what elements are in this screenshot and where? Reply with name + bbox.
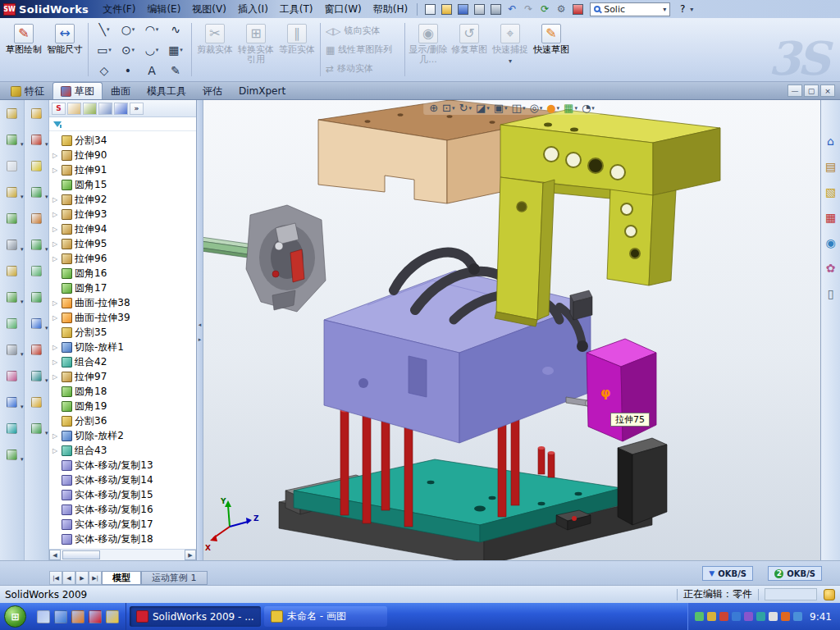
design-library-icon[interactable]: ▤ [825, 160, 836, 173]
left1-icon-11[interactable] [3, 369, 21, 382]
left1-icon-10[interactable]: ▾ [3, 343, 21, 356]
expand-arrow-icon[interactable]: ▷ [52, 299, 59, 307]
move-entities-button[interactable]: ⇄移动实体 [323, 62, 402, 75]
tree-item-圆角15[interactable]: 圆角15 [49, 177, 196, 192]
appearances-icon[interactable]: ✿ [826, 262, 836, 275]
smart-dimension-button[interactable]: ↔智能尺寸 [44, 20, 85, 80]
options-icon[interactable]: ⚙ [554, 2, 568, 16]
rebuild-icon[interactable]: ⟳ [537, 2, 552, 16]
left2-icon-1[interactable] [28, 107, 46, 120]
menu-item-编辑(E)[interactable]: 编辑(E) [141, 0, 186, 19]
tab-model[interactable]: 模型 [102, 571, 141, 585]
sketch-fillet-tool[interactable]: ◡▾ [140, 40, 163, 60]
model-clamp-frame[interactable] [495, 110, 720, 326]
help-dropdown-arrow[interactable]: ▾ [690, 6, 693, 13]
left2-icon-9[interactable]: ▾ [28, 317, 46, 330]
left1-icon-12[interactable]: ▾ [3, 395, 21, 409]
tree-item-圆角16[interactable]: 圆角16 [49, 266, 196, 281]
scroll-left-button[interactable]: ◀ [49, 550, 61, 560]
convert-entities-button[interactable]: ⊞转换实体引用 [235, 20, 276, 80]
minimize-button[interactable]: — [788, 84, 802, 97]
menu-item-工具(T)[interactable]: 工具(T) [274, 0, 319, 19]
view-orientation-icon[interactable]: ▣▾ [494, 102, 508, 114]
edit-appearance-icon[interactable]: ●▾ [546, 102, 559, 114]
expand-arrow-icon[interactable]: ▷ [52, 314, 59, 322]
left1-icon-2[interactable]: ▾ [3, 133, 21, 146]
redo-icon[interactable]: ↷ [521, 2, 536, 16]
section-view-icon[interactable]: ◪▾ [476, 102, 490, 114]
new-document-icon[interactable] [422, 2, 437, 16]
close-button[interactable]: × [820, 84, 835, 97]
doc-nav-button-2[interactable]: ▶ [75, 571, 89, 585]
tree-item-切除-放样1[interactable]: ▷切除-放样1 [49, 340, 196, 354]
tab-DimXpert[interactable]: DimXpert [231, 82, 294, 99]
tray-icon-5[interactable] [744, 612, 753, 621]
tree-item-实体-移动/复制16[interactable]: 实体-移动/复制16 [49, 502, 196, 517]
left1-icon-8[interactable]: ▾ [3, 290, 21, 304]
tree-item-实体-移动/复制17[interactable]: 实体-移动/复制17 [49, 517, 196, 532]
toolbox-icon[interactable]: ▦ [825, 211, 836, 224]
paint-launcher-icon[interactable] [106, 610, 119, 623]
left2-icon-7[interactable] [28, 264, 46, 277]
left2-icon-10[interactable] [28, 343, 46, 356]
expand-arrow-icon[interactable]: ▷ [52, 344, 59, 351]
panel-splitter[interactable] [197, 100, 203, 560]
apply-scene-icon[interactable]: ▦▾ [564, 102, 578, 114]
left2-icon-5[interactable] [28, 212, 46, 225]
offset-entities-button[interactable]: ∥等距实体 [276, 20, 317, 80]
doc-nav-button-3[interactable]: ▶| [89, 571, 102, 585]
expand-arrow-icon[interactable]: ▷ [52, 358, 59, 366]
taskbar-task-paint[interactable]: 未命名 - 画图 [264, 606, 387, 627]
tree-item-实体-移动/复制18[interactable]: 实体-移动/复制18 [49, 532, 196, 546]
tree-item-组合43[interactable]: ▷组合43 [49, 443, 196, 458]
expand-arrow-icon[interactable]: ▷ [52, 255, 59, 262]
left1-icon-13[interactable] [3, 422, 21, 435]
search-dropdown-arrow[interactable]: ▾ [663, 6, 666, 13]
left1-icon-5[interactable] [3, 212, 21, 225]
tree-item-拉伸90[interactable]: ▷拉伸90 [49, 148, 196, 162]
start-button[interactable]: ⊞ [4, 605, 26, 628]
search-box[interactable]: Solic ▾ [590, 2, 670, 16]
featuremanager-tab-icon[interactable] [67, 103, 81, 115]
home-icon[interactable]: ⌂ [827, 135, 834, 148]
tree-item-分割34[interactable]: 分割34 [49, 133, 196, 148]
menu-item-窗口(W)[interactable]: 窗口(W) [319, 0, 368, 19]
tree-item-分割35[interactable]: 分割35 [49, 325, 196, 340]
tree-item-组合42[interactable]: ▷组合42 [49, 354, 196, 369]
sketch-button[interactable]: ✎草图绘制 [3, 20, 44, 80]
repair-sketch-button[interactable]: ↺修复草图 [449, 20, 490, 80]
expand-arrow-icon[interactable]: ▷ [52, 196, 59, 203]
polygon-tool[interactable]: ◇ [93, 61, 116, 80]
rotate-view-icon[interactable]: ↻▾ [459, 102, 472, 114]
tree-item-圆角19[interactable]: 圆角19 [49, 399, 196, 413]
tray-icon-7[interactable] [769, 612, 778, 621]
tree-item-曲面-拉伸39[interactable]: ▷曲面-拉伸39 [49, 310, 196, 325]
expand-arrow-icon[interactable]: ▷ [52, 447, 59, 454]
left1-icon-9[interactable] [3, 317, 21, 330]
show-desktop-icon[interactable] [37, 610, 50, 623]
display-delete-relations-button[interactable]: ◉显示/删除几... [408, 20, 449, 80]
left1-icon-1[interactable] [3, 107, 21, 120]
rapid-sketch-button[interactable]: ✎快速草图 [531, 20, 572, 80]
tray-icon-1[interactable] [695, 612, 704, 621]
spline-tool[interactable]: ∿ [164, 20, 187, 39]
tree-filter-row[interactable] [49, 117, 196, 131]
tab-特征[interactable]: 特征 [2, 82, 52, 99]
rectangle-tool[interactable]: ▭▾ [93, 40, 116, 60]
tray-icon-4[interactable] [732, 612, 741, 621]
ellipse-tool[interactable]: ⊙▾ [116, 40, 139, 60]
doc-nav-button-1[interactable]: ◀ [62, 571, 75, 585]
tab-模具工具[interactable]: 模具工具 [139, 82, 194, 99]
hide-show-items-icon[interactable]: ◎▾ [529, 102, 542, 114]
graphics-area[interactable]: φ Y X Z ⊕⊡▾↻▾◪▾▣▾◫▾◎▾●▾▦▾◔▾ 拉伸75 [203, 100, 820, 560]
file-explorer-icon[interactable]: ▧ [825, 185, 836, 199]
left2-icon-8[interactable] [28, 290, 46, 304]
tray-icon-6[interactable] [756, 612, 765, 621]
tab-评估[interactable]: 评估 [194, 82, 231, 99]
circle-tool[interactable]: ○▾ [116, 20, 139, 39]
left2-icon-4[interactable]: ▾ [28, 185, 46, 199]
expand-arrow-icon[interactable]: ▷ [52, 152, 59, 159]
tree-item-拉伸95[interactable]: ▷拉伸95 [49, 236, 196, 251]
help-button[interactable]: ? [675, 2, 690, 16]
tree-horizontal-scrollbar[interactable]: ◀ ▶ [49, 549, 196, 560]
